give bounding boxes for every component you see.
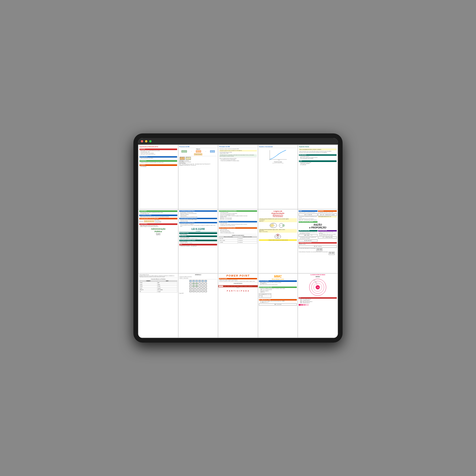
- card-r3c4: MMC Mínimo Múltiplo Comum MÚLTIPLOS DE U…: [258, 273, 298, 338]
- tab-revisao[interactable]: Revisão: [227, 286, 230, 287]
- law-title: LEI 8.112/90: [179, 228, 217, 231]
- intervalo-content: Conjunto de células consecutivas Símbolo…: [179, 276, 217, 294]
- flow-box-exploracao: Exploração: [182, 150, 187, 153]
- commands-title: Comandos Básicos em Planilhas: [139, 278, 177, 280]
- redes-legend: PAN LAN MAN WAN: [299, 304, 337, 306]
- mmc-title: MMC: [259, 274, 297, 278]
- card-r3c1: Função tecnológica da Técnica: A qualida…: [138, 273, 178, 338]
- big-title-adm: Administração: [139, 228, 177, 230]
- card-r1c2: Processo de DW PÚBLICO Exploração → Circ…: [178, 145, 218, 209]
- logica-subtitle: REPRESENTAÇÃOPOR DIAGRAMAS: [259, 215, 297, 218]
- card-r1c3: Princípios do DW O processo começa e ter…: [218, 145, 258, 209]
- card-r1c5-content: Para a contratação de obras, serviços e …: [299, 149, 337, 166]
- tab-design[interactable]: Design: [236, 286, 239, 287]
- ppt-aspects: ASPECTOS GERAIS Software para criação e …: [219, 278, 257, 282]
- intervalo-title: · INTERVALO ·: [179, 274, 217, 276]
- licencas-table: Número de AssociadosUnidade de Licenciad…: [219, 236, 257, 244]
- tab-transicoes[interactable]: Transições: [240, 286, 243, 287]
- card-r1c3-title: Princípios do DW: [219, 146, 257, 148]
- venn-diagram-3: A B C: [274, 233, 282, 239]
- prop-propriedades: PROPRIEDADES DAS PROPORÇÕES Multiplicar …: [299, 242, 337, 255]
- svg-text:C: C: [274, 225, 275, 226]
- flow-box-entidade: Entidade: [210, 150, 215, 153]
- card-r1c1-title: Imperficiência Relevante (STJ): [139, 146, 177, 148]
- flow-box-circulacao: Circulação: [196, 150, 201, 153]
- card-r1c5-title: Aspectos Gerais: [299, 146, 337, 148]
- card-r1c4-title: Iterativo e Incremental: [259, 146, 297, 148]
- card-r3c5: CLASSIFICAÇÕES DE REDES DIMENSÃO PAN LAN…: [298, 273, 338, 338]
- svg-text:Tempo: Tempo: [278, 160, 280, 161]
- venn-diagram-1: A C B: [269, 223, 277, 228]
- participada-text: P A R T I C I P A D A: [219, 290, 257, 292]
- participada-area: P A R T I C I P A D A: [218, 289, 258, 293]
- tab-arquivo[interactable]: Arquivo: [224, 286, 226, 287]
- principles-subtitle: PrincípiosImplícitos: [139, 233, 177, 235]
- card-r2c2-top: P. DA SUPREMACIA DO INTERESSE PÚBLICO • …: [179, 210, 217, 227]
- card-r3c1-tech: Função tecnológica da Técnica: A qualida…: [139, 274, 177, 277]
- card-r1c4-legend: • Produto Acumulado crescimento ao longo…: [259, 162, 297, 164]
- card-r2c4: Lógica deArgumentação REPRESENTAÇÃOPOR D…: [258, 209, 298, 273]
- svg-text:A: A: [272, 225, 272, 226]
- card-r1c5: Aspectos Gerais Para a contratação de ob…: [298, 145, 338, 209]
- svg-text:A: A: [280, 225, 281, 226]
- top-bar: [138, 138, 338, 145]
- tab-animacoes[interactable]: Animações: [244, 286, 248, 287]
- windows-label: Windows: [218, 287, 258, 289]
- card-r2c3-content: POR MOTIVO DE DOENÇA EM PESSOA DA FAMÍLI…: [219, 210, 257, 244]
- law-subtitle: • Licenças •: [179, 231, 217, 232]
- tab-apresentacoes[interactable]: Apresentações: [248, 286, 253, 287]
- card-r1c2-title: Processo de DW: [179, 146, 217, 148]
- tab-pagina-inicial[interactable]: Página Inicial: [219, 286, 223, 287]
- guias-title: GUIAS IMPORTANTES: [219, 283, 257, 284]
- grandezas-section: GRANDEZAS PROPORCIONAIS • São diretament…: [299, 230, 318, 242]
- card-r1c2-content: Abordagem:Incremental Abordagem:Incremen…: [179, 157, 217, 166]
- card-r2c2: P. DA SUPREMACIA DO INTERESSE PÚBLICO • …: [178, 209, 218, 273]
- tablet-frame: Imperficiência Relevante (STJ) PRESCRIÇÃ…: [133, 133, 343, 343]
- card-r1c1: Imperficiência Relevante (STJ) PRESCRIÇÃ…: [138, 145, 178, 209]
- network-diagram: PAN LAN MAN WAN: [299, 278, 337, 297]
- card-r2c1-content: P. DA MOTIVAÇÃO • A administração deve i…: [139, 210, 177, 228]
- svg-text:B: B: [273, 224, 273, 224]
- powerpoint-title: POWER POINT: [219, 274, 257, 277]
- close-dot[interactable]: [141, 140, 143, 142]
- svg-text:A: A: [276, 236, 276, 237]
- screen: Imperficiência Relevante (STJ) PRESCRIÇÃ…: [138, 138, 338, 338]
- redes-content: Tipos • PAN - Personal Area Network • LA…: [299, 297, 337, 304]
- redes-title: CLASSIFICAÇÕES DE REDES: [299, 274, 337, 276]
- card-r1c3-content: O processo começa e termina na construçã…: [219, 149, 257, 162]
- card-r2c1: P. DA MOTIVAÇÃO • A administração deve i…: [138, 209, 178, 273]
- dimensao-subtitle: DIMENSÃO: [299, 276, 337, 277]
- card-r1c1-content: PRESCRIÇÃO • A prescrição ocorre na data…: [139, 149, 177, 167]
- commands-table: COMANDOAÇÃO Ctrl+AAbrir Ctrl+BSalvar Ctr…: [139, 280, 177, 293]
- divisao-section: DIVISÃO PROPORCIONAL • Dividir em partes…: [318, 230, 337, 242]
- maximize-dot[interactable]: [149, 140, 152, 142]
- big-title-pub: Pública: [139, 230, 177, 233]
- svg-text:PAN: PAN: [317, 287, 319, 288]
- svg-text:MAN: MAN: [315, 282, 317, 283]
- card-r2c4-content: 2. De duas premissas afirmativas não se …: [259, 218, 297, 241]
- svg-text:WAN: WAN: [314, 280, 316, 281]
- svg-text:LAN: LAN: [316, 284, 318, 285]
- razao-section: RAZÃO • Razão de a para b é o quociente …: [299, 210, 318, 223]
- growth-chart: 0 Tempo: [263, 149, 293, 161]
- card-r1c4: Iterativo e Incremental 0 Tempo • Produt…: [258, 145, 298, 209]
- tab-exibir[interactable]: Exibir: [231, 286, 233, 287]
- logica-title: Lógica deArgumentação: [259, 210, 297, 215]
- razao-prop-title: RAZÃOe PROPORÇÃO: [299, 224, 337, 229]
- card-r2c5: RAZÃO • Razão de a para b é o quociente …: [298, 209, 338, 273]
- card-r2c3: POR MOTIVO DE DOENÇA EM PESSOA DA FAMÍLI…: [218, 209, 258, 273]
- minimize-dot[interactable]: [145, 140, 147, 142]
- svg-text:0: 0: [269, 159, 270, 160]
- tab-inserir[interactable]: Inserir: [233, 286, 236, 287]
- proporcao-section: PROPORÇÃO • É a igualdade entre duas ou …: [318, 210, 337, 223]
- svg-text:B: B: [279, 236, 280, 237]
- mmc-subtitle: Mínimo Múltiplo Comum: [259, 279, 297, 280]
- card-r2c2-sections: PARA ATIVIDADE POLÍTICA • Sem remuneraçã…: [179, 232, 217, 247]
- mmc-content: MÚLTIPLOS DE UM NÚMERO • Basta multiplic…: [259, 280, 297, 306]
- card-r3c3: POWER POINT ASPECTOS GERAIS Software par…: [218, 273, 258, 338]
- content-area: Imperficiência Relevante (STJ) PRESCRIÇÃ…: [138, 145, 338, 338]
- card-r3c2: · INTERVALO · Conjunto de células consec…: [178, 273, 218, 338]
- flow-box-controle: Controle Gerencial: [194, 153, 202, 155]
- venn-diagram-2: A C: [278, 223, 287, 228]
- ppt-ribbon: Página Inicial Arquivo Revisão Exibir In…: [218, 285, 258, 287]
